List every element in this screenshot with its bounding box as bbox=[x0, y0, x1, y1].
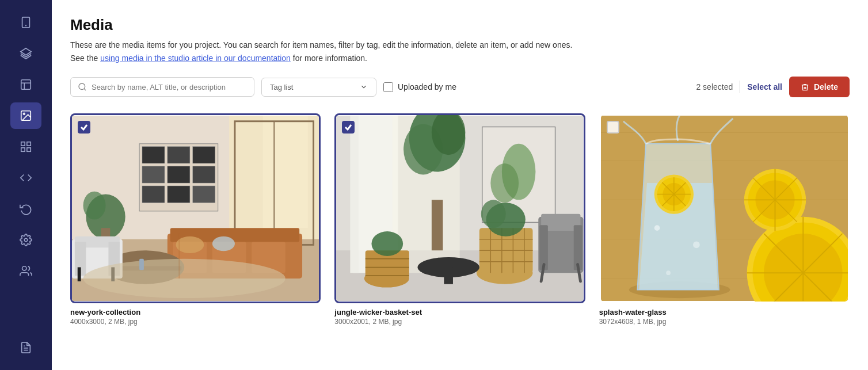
svg-rect-26 bbox=[167, 147, 190, 163]
svg-rect-32 bbox=[167, 186, 190, 203]
svg-rect-10 bbox=[21, 148, 25, 151]
delete-label: Delete bbox=[814, 82, 838, 91]
svg-point-42 bbox=[176, 237, 204, 253]
media-name-3: splash-water-glass bbox=[599, 308, 850, 316]
svg-rect-8 bbox=[21, 142, 25, 146]
svg-rect-30 bbox=[193, 166, 215, 183]
svg-rect-79 bbox=[444, 268, 454, 284]
media-meta-3: 3072x4608, 1 MB, jpg bbox=[599, 318, 850, 326]
svg-rect-27 bbox=[193, 147, 215, 163]
delete-button[interactable]: Delete bbox=[789, 77, 850, 97]
toolbar: Tag list Uploaded by me 2 selected Selec… bbox=[70, 77, 850, 97]
select-all-button[interactable]: Select all bbox=[747, 82, 782, 91]
page-subtitle: See the using media in the studio articl… bbox=[70, 54, 850, 63]
svg-point-99 bbox=[654, 226, 660, 231]
svg-rect-3 bbox=[21, 80, 31, 90]
svg-point-7 bbox=[23, 113, 25, 115]
media-thumb-wrapper-1 bbox=[70, 113, 321, 303]
media-meta-1: 4000x3000, 2 MB, jpg bbox=[70, 318, 321, 326]
search-icon bbox=[78, 82, 87, 91]
svg-rect-31 bbox=[142, 186, 165, 203]
svg-point-43 bbox=[212, 237, 235, 251]
sidebar-item-settings[interactable] bbox=[10, 227, 41, 253]
page-title: Media bbox=[70, 16, 850, 34]
sidebar-item-media[interactable] bbox=[10, 102, 41, 129]
media-name-1: new-york-collection bbox=[70, 308, 321, 316]
svg-rect-25 bbox=[142, 147, 165, 163]
svg-rect-11 bbox=[27, 148, 31, 151]
sidebar-item-layout[interactable] bbox=[10, 71, 41, 98]
main-content: Media These are the media items for you … bbox=[52, 0, 868, 370]
search-box bbox=[70, 77, 254, 97]
tag-list-dropdown[interactable]: Tag list bbox=[261, 78, 376, 97]
sidebar-item-undo[interactable] bbox=[10, 196, 41, 222]
page-description: These are the media items for you projec… bbox=[70, 39, 850, 51]
sidebar bbox=[0, 0, 52, 370]
svg-rect-66 bbox=[432, 200, 443, 251]
uploaded-by-me-filter[interactable]: Uploaded by me bbox=[383, 82, 456, 92]
svg-rect-20 bbox=[263, 116, 308, 228]
doc-link[interactable]: using media in the studio article in our… bbox=[100, 54, 291, 63]
sidebar-item-docs[interactable] bbox=[10, 334, 41, 361]
svg-point-102 bbox=[666, 271, 671, 276]
media-image-2 bbox=[336, 115, 583, 302]
media-checkbox-1[interactable] bbox=[78, 121, 90, 133]
tag-list-label: Tag list bbox=[270, 83, 293, 91]
svg-rect-58 bbox=[351, 116, 359, 273]
media-thumb-wrapper-2 bbox=[334, 113, 585, 303]
sidebar-item-grid[interactable] bbox=[10, 133, 41, 160]
media-checkbox-2[interactable] bbox=[342, 121, 355, 133]
svg-point-13 bbox=[22, 266, 26, 270]
media-checkbox-3[interactable] bbox=[607, 121, 619, 133]
media-item-2[interactable]: jungle-wicker-basket-set 3000x2001, 2 MB… bbox=[334, 113, 585, 326]
uploaded-by-me-label: Uploaded by me bbox=[398, 82, 456, 91]
media-name-2: jungle-wicker-basket-set bbox=[334, 308, 585, 316]
media-item-1[interactable]: new-york-collection 4000x3000, 2 MB, jpg bbox=[70, 113, 321, 326]
svg-point-12 bbox=[24, 238, 28, 242]
svg-rect-9 bbox=[27, 142, 31, 146]
svg-point-16 bbox=[79, 83, 85, 90]
search-input[interactable] bbox=[92, 83, 247, 91]
svg-rect-54 bbox=[178, 234, 180, 279]
media-grid: new-york-collection 4000x3000, 2 MB, jpg bbox=[70, 113, 850, 326]
media-item-3[interactable]: splash-water-glass 3072x4608, 1 MB, jpg bbox=[599, 113, 850, 326]
svg-point-52 bbox=[83, 259, 285, 298]
svg-rect-33 bbox=[193, 186, 215, 203]
svg-point-77 bbox=[481, 200, 506, 228]
svg-point-62 bbox=[491, 163, 519, 203]
sidebar-item-mobile[interactable] bbox=[10, 9, 41, 36]
media-image-1 bbox=[72, 115, 319, 302]
uploaded-by-me-checkbox[interactable] bbox=[383, 82, 393, 92]
sidebar-item-layers[interactable] bbox=[10, 40, 41, 67]
svg-rect-53 bbox=[139, 259, 144, 270]
svg-rect-50 bbox=[78, 268, 81, 281]
svg-line-17 bbox=[84, 89, 86, 90]
svg-point-35 bbox=[83, 192, 106, 220]
media-image-3 bbox=[601, 115, 848, 302]
trash-icon bbox=[801, 83, 809, 91]
svg-point-101 bbox=[693, 242, 700, 249]
toolbar-right: 2 selected Select all Delete bbox=[696, 77, 850, 97]
sidebar-item-users[interactable] bbox=[10, 258, 41, 284]
selected-count: 2 selected bbox=[696, 82, 733, 91]
svg-point-91 bbox=[372, 231, 403, 256]
sidebar-item-code[interactable] bbox=[10, 165, 41, 191]
svg-rect-28 bbox=[142, 166, 165, 183]
media-meta-2: 3000x2001, 2 MB, jpg bbox=[334, 318, 585, 326]
chevron-down-icon bbox=[360, 83, 368, 91]
divider bbox=[740, 81, 740, 93]
svg-rect-29 bbox=[167, 166, 190, 183]
media-thumb-wrapper-3 bbox=[599, 113, 850, 303]
